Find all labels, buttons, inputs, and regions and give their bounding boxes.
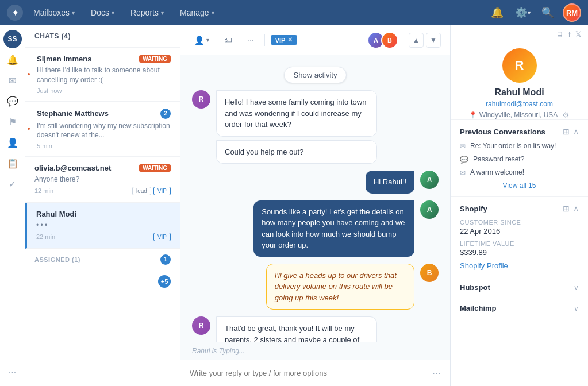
chevron-down-icon: ▾ (161, 10, 164, 16)
chat-name: Sijmen Immens (37, 55, 91, 63)
typing-indicator: Rahul is Typing... (180, 342, 450, 360)
sidebar-bell-icon[interactable]: 🔔 (3, 51, 22, 69)
view-all-link[interactable]: View all 15 (460, 182, 579, 190)
search-icon[interactable]: 🔍 (537, 2, 558, 23)
icon-sidebar: SS 🔔 ✉ 💬 ⚑ 👤 📋 ✓ ··· (0, 25, 25, 386)
chat-preview: I'm still wondering why my new subscript… (37, 121, 171, 141)
email-icon: ✉ (460, 169, 466, 177)
chat-item-stephanie[interactable]: Stephanie Matthews 2 I'm still wondering… (25, 102, 180, 157)
close-icon[interactable]: ✕ (287, 36, 293, 44)
contact-social: 🖥 f 𝕏 (451, 25, 588, 39)
contact-name: Rahul Modi (451, 87, 588, 98)
logo[interactable]: ✦ (7, 5, 23, 21)
nav-docs[interactable]: Docs ▾ (85, 6, 120, 20)
waiting-badge: WAITING (139, 164, 171, 172)
monitor-icon[interactable]: 🖥 (556, 30, 564, 39)
chat-name: Stephanie Matthews (37, 109, 109, 118)
user-avatar[interactable]: RM (563, 3, 581, 22)
prev-collapse-icon[interactable]: ∧ (573, 127, 579, 136)
show-activity-button[interactable]: Show activity (284, 67, 347, 83)
prev-expand-icon[interactable]: ⊞ (563, 127, 570, 136)
lead-tag: lead (132, 187, 151, 195)
chevron-down-icon: ▾ (72, 10, 75, 16)
hubspot-section[interactable]: Hubspot ∨ (451, 277, 588, 298)
hubspot-title: Hubspot (460, 283, 490, 292)
prev-item-3[interactable]: ✉ A warm welcome! (460, 168, 579, 177)
location-icon: 📍 (469, 111, 477, 119)
assign-button[interactable]: 👤 ▾ (190, 33, 214, 48)
chat-preview: Anyone there? (34, 175, 171, 184)
customer-avatar-2: R (192, 316, 210, 335)
assigned-overflow[interactable]: +5 (25, 271, 180, 292)
chevron-down-icon: ▾ (112, 10, 114, 16)
prev-item-1[interactable]: ✉ Re: Your order is on its way! (460, 142, 579, 150)
chat-time: 22 min (36, 233, 55, 240)
chat-item-rahul[interactable]: Rahul Modi • • • 22 min VIP (25, 203, 180, 249)
sidebar-avatar[interactable]: SS (3, 30, 22, 48)
previous-conversations: Previous Conversations ⊞ ∧ ✉ Re: Your or… (451, 119, 588, 196)
vip-tag: VIP (153, 187, 171, 195)
plus-badge: +5 (158, 275, 171, 288)
chat-time: 5 min (37, 142, 171, 149)
sidebar-user-icon[interactable]: 👤 (3, 133, 22, 152)
chat-item-olivia[interactable]: olivia.b@comcast.net WAITING Anyone ther… (25, 157, 180, 203)
message-row-internal: B I'll give a heads up to our drivers th… (266, 264, 439, 310)
prev-convos-title: Previous Conversations (460, 128, 545, 136)
chat-item-sijmen[interactable]: Sijmen Immens WAITING Hi there I'd like … (25, 48, 180, 102)
contact-email[interactable]: rahulmodi@toast.com (451, 100, 588, 108)
nav-reports[interactable]: Reports ▾ (125, 6, 170, 20)
nav-manage[interactable]: Manage ▾ (174, 6, 220, 20)
sidebar-report-icon[interactable]: 📋 (3, 154, 22, 172)
customer-since-label: Customer Since (460, 219, 579, 226)
reply-box: ··· (180, 360, 450, 386)
chat-time: Just now (37, 87, 171, 94)
nav-mailboxes[interactable]: Mailboxes ▾ (28, 6, 80, 20)
chat-time: 12 min (34, 187, 53, 194)
message-bubble: That'd be great, thank you! It will be m… (216, 316, 377, 342)
shopify-grid-icon[interactable]: ⊞ (563, 204, 570, 213)
sidebar-more-icon[interactable]: ··· (3, 363, 22, 381)
assign-chevron: ▾ (206, 37, 209, 43)
agent-avatar-2[interactable]: B (381, 32, 398, 49)
prev-item-2[interactable]: 💬 Password reset? (460, 155, 579, 164)
vip-filter-badge[interactable]: VIP ✕ (271, 35, 298, 45)
settings-icon[interactable]: ⚙️ ▾ (512, 2, 533, 23)
email-icon: ✉ (460, 142, 466, 150)
more-icon: ··· (247, 36, 254, 45)
mailchimp-section[interactable]: Mailchimp ∨ (451, 298, 588, 318)
internal-msg-avatar: B (420, 264, 439, 282)
chat-area: 👤 ▾ 🏷 ··· VIP ✕ A B ▲ ▼ (180, 25, 450, 386)
top-nav: ✦ Mailboxes ▾ Docs ▾ Reports ▾ Manage ▾ … (0, 0, 588, 25)
sidebar-flag-icon[interactable]: ⚑ (3, 113, 22, 131)
right-panel: 🖥 f 𝕏 R Rahul Modi rahulmodi@toast.com 📍… (450, 25, 588, 386)
chat-name: olivia.b@comcast.net (34, 164, 111, 172)
message-bubble: Sounds like a party! Let's get the detai… (253, 200, 414, 257)
nav-up-button[interactable]: ▲ (409, 33, 424, 48)
assigned-count-badge: 1 (160, 254, 171, 265)
customer-since-value: 22 Apr 2016 (460, 227, 579, 236)
reply-input[interactable] (190, 369, 426, 377)
shopify-title: Shopify (460, 204, 487, 213)
reply-more-icon[interactable]: ··· (432, 367, 441, 379)
more-button[interactable]: ··· (243, 33, 259, 48)
assigned-header: ASSIGNED (1) 1 (25, 249, 180, 271)
internal-message-bubble: I'll give a heads up to our drivers that… (266, 264, 414, 310)
shopify-collapse-icon[interactable]: ∧ (573, 204, 579, 213)
message-bubble: Hi Rahul!! (366, 171, 414, 194)
settings-icon[interactable]: ⚙ (562, 110, 570, 119)
notifications-icon[interactable]: 🔔 (487, 2, 508, 23)
chat-name: Rahul Modi (36, 210, 76, 218)
shopify-profile-link[interactable]: Shopify Profile (460, 261, 579, 270)
twitter-icon[interactable]: 𝕏 (575, 30, 581, 39)
sidebar-email-icon[interactable]: ✉ (3, 71, 22, 90)
shopify-section: Shopify ⊞ ∧ Customer Since 22 Apr 2016 L… (451, 196, 588, 277)
messages-container: Show activity R Hello! I have some famil… (180, 55, 450, 342)
facebook-icon[interactable]: f (568, 30, 571, 39)
chat-preview: • • • (36, 221, 171, 230)
lifetime-value: $339.89 (460, 248, 579, 257)
sidebar-check-icon[interactable]: ✓ (3, 175, 22, 193)
nav-down-button[interactable]: ▼ (426, 33, 441, 48)
agent-msg-avatar: A (420, 171, 439, 189)
label-button[interactable]: 🏷 (220, 33, 237, 48)
sidebar-chat-icon[interactable]: 💬 (3, 92, 22, 110)
